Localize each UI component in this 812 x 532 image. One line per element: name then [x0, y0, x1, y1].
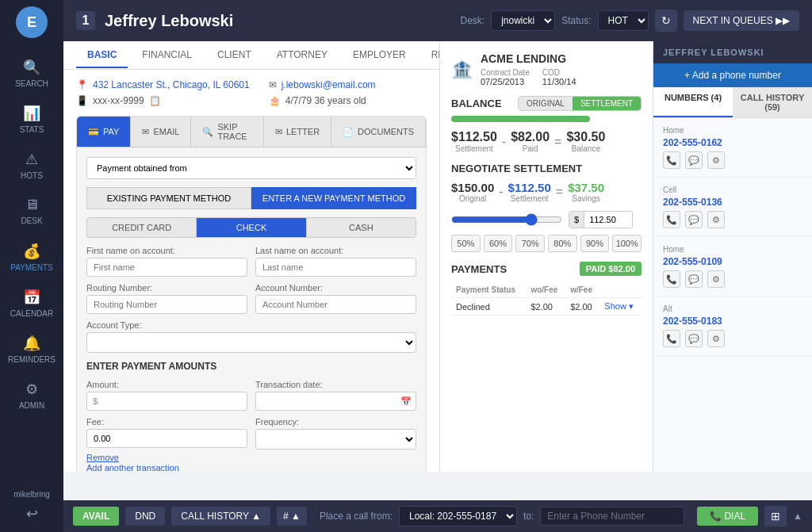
sms-btn-3[interactable]: 💬 [685, 270, 703, 288]
next-in-queues-button[interactable]: NEXT IN QUEUES ▶▶ [684, 10, 799, 31]
status-select[interactable]: HOT [598, 10, 649, 31]
inner-tab-letter[interactable]: ✉ LETTER [264, 117, 331, 147]
tab-references[interactable]: REFERENCES [420, 43, 439, 68]
cod-value: 11/30/14 [542, 77, 576, 86]
show-link[interactable]: Show ▾ [604, 301, 634, 311]
sidebar-item-search[interactable]: 🔍 SEARCH [4, 51, 59, 95]
sms-btn-2[interactable]: 💬 [685, 211, 703, 228]
account-type-label: Account Type: [86, 320, 416, 330]
inner-tab-email[interactable]: ✉ EMAIL [131, 117, 191, 147]
cash-tab[interactable]: CASH [307, 218, 416, 237]
payment-obtained-select[interactable]: Payment obtained from [86, 157, 416, 179]
email-link[interactable]: j.lebowski@email.com [282, 79, 376, 90]
wo-fee-cell: $2.00 [526, 298, 565, 316]
refresh-button[interactable]: ↻ [655, 10, 677, 32]
call-from-select[interactable]: Local: 202-555-0187 [399, 506, 517, 526]
sms-btn-1[interactable]: 💬 [685, 151, 703, 169]
transaction-date-input[interactable] [255, 392, 416, 411]
account-type-select[interactable] [86, 332, 416, 353]
pct-80-btn[interactable]: 80% [548, 235, 577, 252]
add-transaction-link[interactable]: Add another transaction [86, 463, 179, 472]
settlement-toggle[interactable]: SETTLEMENT [573, 97, 641, 110]
sidebar-item-desk[interactable]: 🖥 DESK [4, 189, 59, 233]
tab-client[interactable]: CLIENT [206, 43, 262, 68]
hash-button[interactable]: # ▲ [277, 507, 307, 526]
sidebar-item-calendar[interactable]: 📅 CALENDAR [4, 281, 59, 325]
sms-btn-4[interactable]: 💬 [685, 330, 703, 347]
frequency-select[interactable] [255, 429, 416, 450]
routing-col: Routing Number: [86, 283, 247, 314]
routing-input[interactable] [86, 295, 247, 314]
sidebar-item-reminders[interactable]: 🔔 REMINDERS [4, 327, 59, 371]
remove-link[interactable]: Remove [86, 453, 416, 462]
call-btn-1[interactable]: 📞 [663, 151, 680, 169]
dnd-button[interactable]: DND [125, 507, 165, 526]
inner-tab-skip-trace[interactable]: 🔍 SKIP TRACE [191, 117, 264, 147]
inner-tab-documents[interactable]: 📄 DOCUMENTS [331, 117, 426, 147]
address-link[interactable]: 432 Lancaster St., Chicago, IL 60601 [93, 79, 250, 90]
sidebar-item-admin[interactable]: ⚙ ADMIN [4, 373, 59, 417]
pct-50-btn[interactable]: 50% [451, 235, 481, 252]
negotiate-section: NEGOTIATE SETTLEMENT $150.00 Original - … [451, 163, 642, 252]
right-tab-numbers[interactable]: NUMBERS (4) [653, 87, 733, 117]
pct-60-btn[interactable]: 60% [484, 235, 513, 252]
credit-card-tab[interactable]: CREDIT CARD [87, 218, 197, 237]
fee-input[interactable] [86, 429, 247, 448]
settings-btn-3[interactable]: ⚙ [707, 270, 725, 288]
new-method-btn[interactable]: ENTER A NEW PAYMENT METHOD [251, 187, 416, 209]
call-btn-3[interactable]: 📞 [663, 270, 680, 288]
middle-panel: 🏦 ACME LENDING Contract Date 07/25/2013 … [439, 41, 653, 472]
sidebar-label-stats: STATS [20, 125, 44, 134]
tab-employer[interactable]: EMPLOYER [342, 43, 417, 68]
frequency-label: Frequency: [255, 417, 416, 427]
pct-90-btn[interactable]: 90% [580, 235, 610, 252]
to-phone-input[interactable] [540, 507, 684, 526]
balance-section: BALANCE ORIGINAL SETTLEMENT $112.50 Sett… [451, 96, 642, 153]
call-btn-2[interactable]: 📞 [663, 211, 680, 228]
dial-button[interactable]: 📞 DIAL [697, 507, 758, 526]
sidebar-item-hots[interactable]: ⚠ HOTS [4, 143, 59, 187]
pct-70-btn[interactable]: 70% [515, 235, 545, 252]
call-history-button[interactable]: CALL HISTORY ▲ [171, 507, 270, 526]
right-tabs: NUMBERS (4) CALL HISTORY (59) [653, 87, 812, 118]
neg-settlement: $112.50 Settlement [508, 181, 551, 203]
original-toggle[interactable]: ORIGINAL [519, 97, 573, 110]
first-name-input[interactable] [86, 258, 247, 277]
neg-settlement-amount: $112.50 [508, 181, 551, 194]
pct-row: 50% 60% 70% 80% 90% 100% [451, 235, 642, 252]
inner-tab-pay[interactable]: 💳 PAY [77, 117, 131, 147]
account-input[interactable] [255, 295, 416, 314]
last-name-input[interactable] [255, 258, 416, 277]
settlement-slider[interactable] [451, 213, 562, 226]
copy-icon[interactable]: 📋 [149, 95, 161, 106]
call-btn-4[interactable]: 📞 [663, 330, 680, 347]
avail-button[interactable]: AVAIL [73, 507, 119, 526]
tab-basic[interactable]: BASIC [76, 43, 128, 68]
dob-icon: 🎂 [269, 95, 281, 106]
phone-home-2: Home 202-555-0109 📞 💬 ⚙ [653, 237, 812, 297]
settings-btn-1[interactable]: ⚙ [707, 151, 725, 169]
phone-actions-4: 📞 💬 ⚙ [663, 330, 802, 347]
amount-input[interactable] [86, 392, 247, 411]
slider-dollar-sign: $ [569, 212, 584, 228]
tab-financial[interactable]: FINANCIAL [131, 43, 203, 68]
logout-icon[interactable]: ↩ [26, 505, 38, 522]
pct-100-btn[interactable]: 100% [612, 235, 642, 252]
settings-btn-2[interactable]: ⚙ [707, 211, 725, 228]
grid-button[interactable]: ⊞ [764, 506, 787, 526]
slider-value-input[interactable] [584, 212, 632, 228]
contact-block-left: 📍 432 Lancaster St., Chicago, IL 60601 📱… [76, 79, 250, 106]
tab-attorney[interactable]: ATTORNEY [266, 43, 339, 68]
check-tab[interactable]: CHECK [197, 218, 306, 237]
desk-select[interactable]: jnowicki [491, 10, 555, 31]
settings-btn-4[interactable]: ⚙ [707, 330, 725, 347]
neg-original-label: Original [451, 194, 494, 203]
address-row: 📍 432 Lancaster St., Chicago, IL 60601 [76, 79, 250, 90]
existing-method-btn[interactable]: EXISTING PAYMENT METHOD [86, 187, 251, 209]
stats-icon: 📊 [23, 105, 40, 122]
sidebar-item-stats[interactable]: 📊 STATS [4, 97, 59, 141]
add-phone-button[interactable]: + Add a phone number [653, 63, 812, 87]
show-cell: Show ▾ [599, 298, 642, 316]
right-tab-call-history[interactable]: CALL HISTORY (59) [733, 87, 812, 117]
sidebar-item-payments[interactable]: 💰 PAYMENTS [4, 235, 59, 279]
